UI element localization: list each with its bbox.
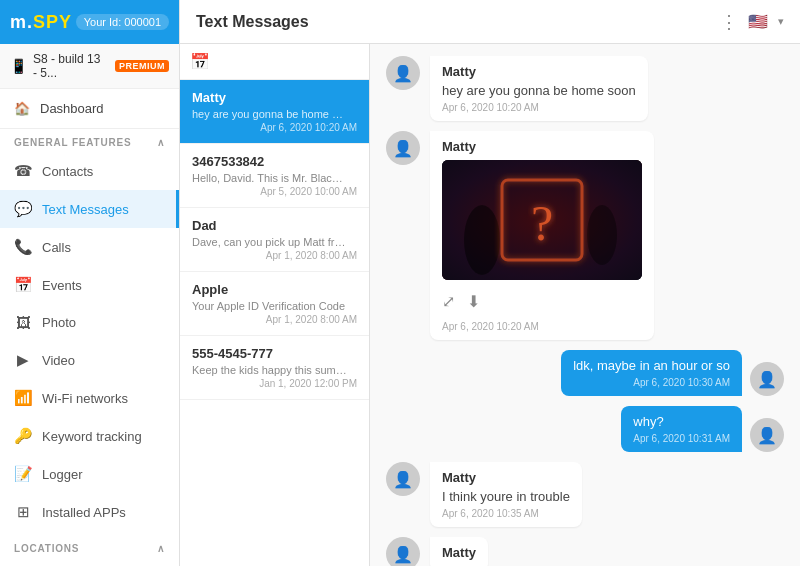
avatar-matty-4: 👤 — [386, 537, 420, 566]
msg-bubble-4: why? Apr 6, 2020 10:31 AM — [621, 406, 742, 452]
calls-label: Calls — [42, 240, 71, 255]
message-outgoing-2: why? Apr 6, 2020 10:31 AM 👤 — [386, 406, 784, 452]
conv-preview: Dave, can you pick up Matt from schoo... — [192, 236, 347, 248]
conv-preview: hey are you gonna be home soon — [192, 108, 347, 120]
section-locations: LOCATIONS ∧ — [0, 535, 179, 558]
conversation-item-matty[interactable]: Matty hey are you gonna be home soon Apr… — [180, 80, 369, 144]
device-icon: 📱 — [10, 58, 27, 74]
image-actions: ⤢ ⬇ — [442, 286, 642, 317]
conversation-item-555[interactable]: 555-4545-777 Keep the kids happy this su… — [180, 336, 369, 400]
wifi-label: Wi-Fi networks — [42, 391, 128, 406]
conv-preview: Hello, David. This is Mr. Black. I've no… — [192, 172, 347, 184]
conv-time: Jan 1, 2020 12:00 PM — [192, 378, 357, 389]
chevron-up-icon: ∧ — [157, 137, 165, 148]
flag-icon: 🇺🇸 — [748, 12, 768, 31]
conv-name: Matty — [192, 90, 357, 105]
logger-icon: 📝 — [14, 465, 32, 483]
conv-toolbar: 📅 — [180, 44, 369, 80]
svg-text:?: ? — [531, 195, 553, 251]
dashboard-label: Dashboard — [40, 101, 104, 116]
messages-body: 📅 Matty hey are you gonna be home soon A… — [180, 44, 800, 566]
msg-bubble-5: Matty I think youre in trouble Apr 6, 20… — [430, 462, 582, 527]
calls-icon: 📞 — [14, 238, 32, 256]
avatar-icon: 👤 — [393, 470, 413, 489]
sidebar-item-photo[interactable]: 🖼 Photo — [0, 304, 179, 341]
sidebar-item-text-messages[interactable]: 💬 Text Messages — [0, 190, 179, 228]
svg-point-1 — [464, 205, 500, 275]
conv-name: Dad — [192, 218, 357, 233]
text-messages-label: Text Messages — [42, 202, 129, 217]
conversation-item-apple[interactable]: Apple Your Apple ID Verification Code Ap… — [180, 272, 369, 336]
photo-icon: 🖼 — [14, 314, 32, 331]
device-bar: 📱 S8 - build 13 - 5... PREMIUM — [0, 44, 179, 89]
sidebar-item-wifi[interactable]: 📶 Wi-Fi networks — [0, 379, 179, 417]
header-actions: ⋮ 🇺🇸 ▾ — [720, 11, 784, 33]
main-content: Text Messages ⋮ 🇺🇸 ▾ 📅 Matty hey are you… — [180, 0, 800, 566]
msg-time: Apr 6, 2020 10:20 AM — [442, 321, 642, 332]
sidebar-item-video[interactable]: ▶ Video — [0, 341, 179, 379]
avatar-user-2: 👤 — [750, 418, 784, 452]
message-incoming-1: 👤 Matty hey are you gonna be home soon A… — [386, 56, 784, 121]
conv-time: Apr 6, 2020 10:20 AM — [192, 122, 357, 133]
sidebar-item-logger[interactable]: 📝 Logger — [0, 455, 179, 493]
conv-time: Apr 1, 2020 8:00 AM — [192, 250, 357, 261]
sidebar-item-gps[interactable]: 📍 GPS Locations — [0, 558, 179, 566]
msg-text: I think youre in trouble — [442, 489, 570, 504]
avatar-matty-2: 👤 — [386, 131, 420, 165]
wifi-icon: 📶 — [14, 389, 32, 407]
sidebar-item-events[interactable]: 📅 Events — [0, 266, 179, 304]
msg-time: Apr 6, 2020 10:31 AM — [633, 433, 730, 444]
apps-label: Installed APPs — [42, 505, 126, 520]
flag-dropdown-icon[interactable]: ▾ — [778, 15, 784, 28]
msg-sender: Matty — [442, 139, 642, 154]
avatar-user-1: 👤 — [750, 362, 784, 396]
apps-icon: ⊞ — [14, 503, 32, 521]
msg-sender: Matty — [442, 545, 476, 560]
sidebar: m.SPY Your Id: 000001 📱 S8 - build 13 - … — [0, 0, 180, 566]
msg-bubble-2: Matty — [430, 131, 654, 340]
video-label: Video — [42, 353, 75, 368]
svg-point-2 — [587, 205, 617, 265]
sidebar-header: m.SPY Your Id: 000001 — [0, 0, 179, 44]
conv-time: Apr 5, 2020 10:00 AM — [192, 186, 357, 197]
contacts-label: Contacts — [42, 164, 93, 179]
conversation-item-3467533842[interactable]: 3467533842 Hello, David. This is Mr. Bla… — [180, 144, 369, 208]
logo: m.SPY — [10, 12, 72, 33]
image-svg: ? — [442, 160, 642, 280]
events-label: Events — [42, 278, 82, 293]
logger-label: Logger — [42, 467, 82, 482]
msg-bubble-6: Matty — [430, 537, 488, 566]
sidebar-item-dashboard[interactable]: 🏠 Dashboard — [0, 89, 179, 129]
sidebar-item-calls[interactable]: 📞 Calls — [0, 228, 179, 266]
message-outgoing-1: ldk, maybe in an hour or so Apr 6, 2020 … — [386, 350, 784, 396]
more-options-button[interactable]: ⋮ — [720, 11, 738, 33]
avatar-icon: 👤 — [393, 64, 413, 83]
conv-name: 555-4545-777 — [192, 346, 357, 361]
msg-text: ldk, maybe in an hour or so — [573, 358, 730, 373]
sidebar-item-contacts[interactable]: ☎ Contacts — [0, 152, 179, 190]
avatar-icon: 👤 — [393, 139, 413, 158]
sidebar-item-keyword-tracking[interactable]: 🔑 Keyword tracking — [0, 417, 179, 455]
message-incoming-2: 👤 Matty — [386, 131, 784, 340]
avatar-matty-1: 👤 — [386, 56, 420, 90]
avatar-icon: 👤 — [757, 370, 777, 389]
message-incoming-3: 👤 Matty I think youre in trouble Apr 6, … — [386, 462, 784, 527]
conversation-item-dad[interactable]: Dad Dave, can you pick up Matt from scho… — [180, 208, 369, 272]
chat-area: 👤 Matty hey are you gonna be home soon A… — [370, 44, 800, 566]
msg-time: Apr 6, 2020 10:30 AM — [573, 377, 730, 388]
calendar-icon[interactable]: 📅 — [190, 53, 210, 70]
msg-sender: Matty — [442, 470, 570, 485]
conv-name: Apple — [192, 282, 357, 297]
home-icon: 🏠 — [14, 101, 30, 116]
avatar-icon: 👤 — [757, 426, 777, 445]
avatar-icon: 👤 — [393, 545, 413, 564]
msg-time: Apr 6, 2020 10:35 AM — [442, 508, 570, 519]
sidebar-item-installed-apps[interactable]: ⊞ Installed APPs — [0, 493, 179, 531]
conv-preview: Keep the kids happy this summer with ... — [192, 364, 347, 376]
msg-sender: Matty — [442, 64, 636, 79]
expand-icon[interactable]: ⤢ — [442, 292, 455, 311]
msg-bubble-1: Matty hey are you gonna be home soon Apr… — [430, 56, 648, 121]
download-icon[interactable]: ⬇ — [467, 292, 480, 311]
device-name: S8 - build 13 - 5... — [33, 52, 105, 80]
user-id-badge: Your Id: 000001 — [76, 14, 169, 30]
